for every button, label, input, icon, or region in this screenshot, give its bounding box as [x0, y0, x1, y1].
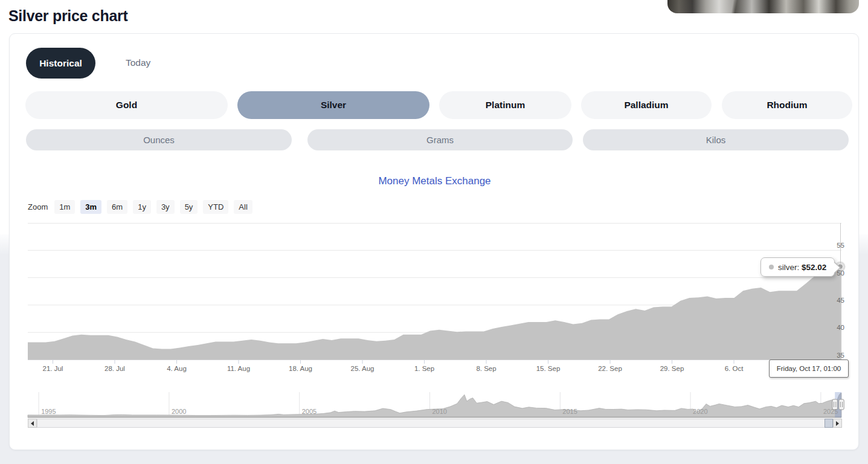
metal-button-rhodium[interactable]: Rhodium [722, 91, 852, 119]
scrollbar-right-arrow-icon[interactable] [833, 419, 842, 428]
tab-historical[interactable]: Historical [26, 48, 95, 79]
x-axis-label: 18. Aug [274, 365, 328, 372]
x-axis-label: 4. Aug [150, 365, 204, 372]
metal-button-platinum[interactable]: Platinum [439, 91, 571, 119]
y-axis-label: 55 [808, 242, 844, 249]
range-button-ytd[interactable]: YTD [203, 200, 228, 214]
x-axis-label: 8. Sep [459, 365, 513, 372]
page: Silver price chart Historical Today Gold… [0, 0, 868, 464]
chart-card: Historical Today Gold Silver Platinum Pa… [9, 33, 859, 450]
tab-today[interactable]: Today [126, 57, 150, 68]
metal-button-gold[interactable]: Gold [25, 91, 228, 119]
chart-scrollbar [28, 419, 842, 428]
unit-button-ounces[interactable]: Ounces [26, 129, 292, 150]
chart-title-link[interactable]: Money Metals Exchange [10, 175, 860, 187]
range-button-6m[interactable]: 6m [107, 200, 127, 214]
range-button-all[interactable]: All [234, 200, 252, 214]
y-axis-label: 40 [808, 324, 844, 331]
x-axis-label: 28. Jul [88, 365, 142, 372]
x-axis-label: 22. Sep [583, 365, 637, 372]
x-axis-label: 6. Oct [707, 365, 761, 372]
nav-year-label: 2015 [562, 408, 577, 415]
nav-year-label: 1995 [41, 408, 56, 415]
chart-tooltip: silver: $52.02 [760, 257, 835, 277]
range-button-5y[interactable]: 5y [180, 200, 198, 214]
silver-bars-photo [667, 0, 859, 13]
nav-handle-right[interactable] [839, 399, 844, 410]
zoom-label: Zoom [28, 202, 48, 211]
range-buttons: Zoom 1m3m6m1y3y5yYTDAll [28, 200, 252, 214]
y-axis-label: 35 [808, 352, 844, 359]
x-axis-label: 29. Sep [645, 365, 699, 372]
x-axis-label: 15. Sep [521, 365, 576, 372]
nav-year-label: 2000 [172, 408, 186, 415]
x-axis-label: 11. Aug [211, 365, 266, 372]
range-button-3y[interactable]: 3y [156, 200, 175, 214]
nav-year-label: 2005 [302, 408, 317, 415]
tooltip-text: silver: $52.02 [778, 263, 826, 272]
range-button-1y[interactable]: 1y [133, 200, 151, 214]
silver-area-series [28, 266, 841, 359]
crosshair-date-label: Friday, Oct 17, 01:00 [769, 359, 849, 378]
y-axis-label: 45 [808, 297, 844, 304]
series-marker-icon [769, 265, 774, 269]
page-title: Silver price chart [8, 7, 127, 25]
metal-button-palladium[interactable]: Palladium [581, 91, 712, 119]
range-button-3m[interactable]: 3m [80, 200, 101, 214]
nav-year-label: 2025 [823, 408, 838, 415]
x-axis-label: 21. Jul [26, 365, 80, 372]
metal-button-silver[interactable]: Silver [237, 91, 429, 119]
range-button-1m[interactable]: 1m [54, 200, 75, 214]
nav-year-label: 2010 [432, 408, 447, 415]
scrollbar-left-arrow-icon[interactable] [28, 419, 37, 428]
x-axis-label: 1. Sep [397, 365, 452, 372]
scrollbar-track[interactable] [37, 419, 834, 428]
main-chart[interactable] [28, 223, 841, 360]
unit-button-grams[interactable]: Grams [307, 129, 573, 150]
nav-year-label: 2020 [693, 408, 707, 415]
x-axis-label: 25. Aug [335, 365, 390, 372]
unit-button-kilos[interactable]: Kilos [583, 129, 849, 150]
scrollbar-thumb[interactable] [825, 419, 833, 428]
